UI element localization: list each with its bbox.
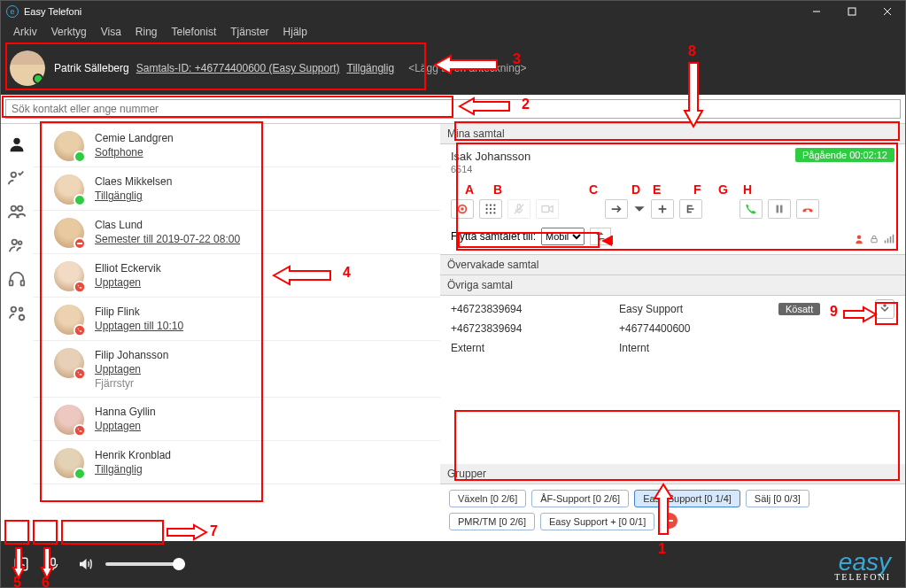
svg-point-26 xyxy=(490,208,492,210)
call-col1: +46723839694 xyxy=(451,322,610,335)
me-caller-id[interactable]: Samtals-ID: +46774400600 (Easy Support) xyxy=(136,62,340,74)
nav-contacts-icon[interactable] xyxy=(7,135,27,154)
svg-point-21 xyxy=(461,207,464,211)
svg-rect-10 xyxy=(10,281,13,286)
svg-point-4 xyxy=(13,138,19,144)
nav-headset-icon[interactable] xyxy=(7,269,27,289)
svg-point-24 xyxy=(493,204,495,205)
contact-row[interactable]: Cemie LandgrenSoftphone xyxy=(33,124,440,167)
menu-item-arkiv[interactable]: Arkiv xyxy=(6,24,44,40)
group-pill[interactable]: Easy Support + [0 0/1] xyxy=(540,513,654,530)
presence-indicator-icon xyxy=(854,234,864,247)
contact-presence[interactable]: Upptagen xyxy=(95,275,161,290)
lock-icon xyxy=(870,234,879,247)
speaker-footer-button[interactable] xyxy=(74,553,97,576)
record-button[interactable] xyxy=(451,199,474,219)
call-col1: +46723839694 xyxy=(451,303,610,315)
contact-name: Elliot Eckervik xyxy=(95,261,161,275)
group-pill[interactable]: Växeln [0 2/6] xyxy=(449,490,526,507)
contact-row[interactable]: Filip FlinkUpptagen till 10:10 xyxy=(33,298,440,341)
other-call-row[interactable]: +46723839694Easy SupportKösatt xyxy=(451,299,894,319)
mute-button[interactable] xyxy=(507,199,530,219)
svg-point-17 xyxy=(74,325,85,336)
me-presence[interactable]: Tillgänglig xyxy=(347,62,395,74)
nav-queue-icon[interactable] xyxy=(7,236,27,255)
volume-thumb[interactable] xyxy=(173,558,185,570)
svg-rect-44 xyxy=(885,241,887,244)
contact-name: Clas Lund xyxy=(95,218,240,232)
menu-item-ring[interactable]: Ring xyxy=(128,24,165,40)
other-call-row[interactable]: +46723839694+46774400600 xyxy=(451,319,894,338)
mic-footer-button[interactable] xyxy=(42,553,65,576)
nav-groups-icon[interactable] xyxy=(7,202,27,221)
volume-slider[interactable] xyxy=(105,562,185,566)
active-call-box: Isak Johansson Pågående 00:02:12 6514 xyxy=(440,144,905,255)
video-button[interactable] xyxy=(536,199,559,219)
group-pill[interactable]: Easy Support [0 1/4] xyxy=(634,490,740,507)
group-pill[interactable]: PMR/TM [0 2/6] xyxy=(449,513,535,530)
contact-name: Henrik Kronblad xyxy=(95,448,171,462)
maximize-button[interactable] xyxy=(834,1,870,22)
contact-row[interactable]: Claes MikkelsenTillgänglig xyxy=(33,167,440,211)
answer-button[interactable] xyxy=(740,199,763,219)
group-pill[interactable]: ÅF-Support [0 2/6] xyxy=(531,490,629,507)
me-note-placeholder[interactable]: <Lägg till en anteckning> xyxy=(408,62,526,74)
contact-presence[interactable]: Upptagen till 10:10 xyxy=(95,319,183,333)
menu-item-verktyg[interactable]: Verktyg xyxy=(44,24,94,40)
app-icon: e xyxy=(6,5,19,18)
svg-rect-40 xyxy=(777,205,779,213)
svg-point-7 xyxy=(18,206,22,212)
menu-item-visa[interactable]: Visa xyxy=(94,24,128,40)
section-other: Övriga samtal xyxy=(440,275,905,296)
add-call-button[interactable] xyxy=(651,199,674,219)
contact-presence[interactable]: Upptagen xyxy=(95,362,168,376)
close-button[interactable] xyxy=(870,1,905,22)
menu-item-hjälp[interactable]: Hjälp xyxy=(276,24,314,40)
search-input[interactable] xyxy=(5,99,901,119)
contact-row[interactable]: Hanna GyllinUpptagen xyxy=(33,398,440,441)
app-window: e Easy Telefoni ArkivVerktygVisaRingTele… xyxy=(0,0,906,588)
hangup-button[interactable] xyxy=(796,199,819,219)
svg-rect-15 xyxy=(77,243,82,244)
transfer-button[interactable] xyxy=(605,199,628,219)
contact-row[interactable]: Henrik KronbladTillgänglig xyxy=(33,441,440,484)
contact-row[interactable]: Filip JohanssonUpptagenFjärrstyr xyxy=(33,341,440,398)
minimize-button[interactable] xyxy=(799,1,834,22)
transfer-target-select[interactable]: Mobil xyxy=(541,228,585,245)
me-avatar[interactable] xyxy=(10,50,45,86)
call-col1: Externt xyxy=(451,342,610,354)
contact-row[interactable]: Elliot EckervikUpptagen xyxy=(33,254,440,298)
menu-item-telefonist[interactable]: Telefonist xyxy=(165,24,224,40)
nav-group-settings-icon[interactable] xyxy=(7,303,27,322)
hold-button[interactable] xyxy=(768,199,791,219)
me-name: Patrik Sälleberg xyxy=(54,62,129,74)
menu-item-tjänster[interactable]: Tjänster xyxy=(223,24,275,40)
svg-point-6 xyxy=(12,206,16,212)
contact-name: Cemie Landgren xyxy=(95,131,174,145)
other-call-row[interactable]: ExterntInternt xyxy=(451,338,894,358)
group-remove-button[interactable] xyxy=(662,513,678,529)
group-pill[interactable]: Sälj [0 0/3] xyxy=(746,490,809,507)
contact-presence[interactable]: Upptagen xyxy=(95,419,156,433)
contact-row[interactable]: Clas LundSemester till 2019-07-22 08:00 xyxy=(33,211,440,254)
svg-point-18 xyxy=(74,368,85,379)
transfer-menu-button[interactable] xyxy=(633,199,646,219)
contacts-pane[interactable]: Cemie LandgrenSoftphoneClaes MikkelsenTi… xyxy=(33,124,440,541)
contact-presence[interactable]: Tillgänglig xyxy=(95,189,172,203)
nav-presence-icon[interactable] xyxy=(7,168,27,188)
contact-note[interactable]: Fjärrstyr xyxy=(95,376,168,391)
contact-presence[interactable]: Tillgänglig xyxy=(95,462,171,476)
park-button[interactable] xyxy=(679,199,702,219)
contact-avatar xyxy=(54,218,84,248)
contact-presence[interactable]: Semester till 2019-07-22 08:00 xyxy=(95,232,240,246)
dialpad-footer-button[interactable] xyxy=(10,553,33,576)
svg-rect-11 xyxy=(21,281,25,286)
dialpad-button[interactable] xyxy=(479,199,502,219)
contact-presence[interactable]: Softphone xyxy=(95,145,174,159)
contact-status-dot xyxy=(74,468,86,480)
contact-avatar xyxy=(54,405,84,435)
collapse-button[interactable] xyxy=(875,299,894,319)
svg-point-13 xyxy=(19,308,23,312)
app-title: Easy Telefoni xyxy=(24,6,81,17)
transfer-go-button[interactable] xyxy=(590,228,611,245)
